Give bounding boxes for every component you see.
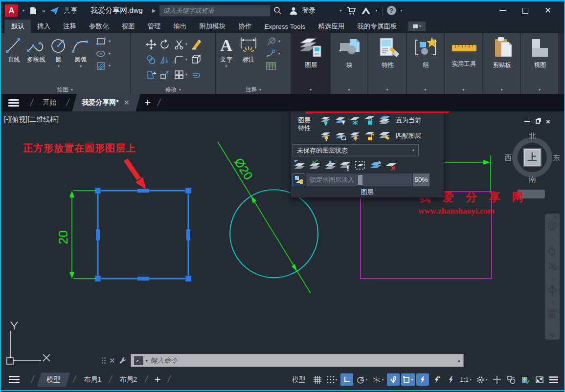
layer-states-dropdown[interactable]: 未保存的图层状态 ▾ (293, 144, 419, 156)
login-label[interactable]: 登录 (302, 6, 316, 15)
command-close-icon[interactable]: ✕ (109, 356, 115, 365)
layer-unisolate-button[interactable] (334, 130, 347, 142)
erase-icon[interactable] (191, 39, 202, 50)
ribbon-tab-insert[interactable]: 插入 (31, 20, 57, 33)
grid-toggle[interactable] (311, 373, 324, 386)
graphics-performance-icon[interactable] (519, 373, 532, 386)
share-label[interactable]: 共享 (64, 6, 77, 15)
mirror-icon[interactable] (159, 54, 170, 65)
set-current-label[interactable]: 置为当前 (396, 116, 421, 125)
mleader-dropdown-icon[interactable]: ▾ (278, 52, 280, 56)
ribbon-tab-view[interactable]: 视图 (115, 20, 141, 33)
panel-view[interactable]: 视图 ▾ (521, 33, 558, 94)
model-tab[interactable]: 模型 (37, 372, 70, 387)
panel-clipboard[interactable]: 剪贴板 ▾ (483, 33, 520, 94)
ribbon-collapse-button[interactable]: ▾ (408, 22, 426, 31)
fade-slider-handle[interactable] (358, 175, 362, 185)
crosshair-icon[interactable] (491, 373, 503, 386)
panel-blocks[interactable]: 块 ▾ (331, 33, 367, 94)
minimize-button[interactable]: ─ (492, 3, 514, 18)
locked-layer-fading-slider[interactable]: 锁定的图层淡入 (306, 174, 412, 186)
layers-panel-flyout-toggle[interactable]: ▾ (292, 86, 330, 94)
panel-properties[interactable]: 特性 ▾ (368, 33, 406, 94)
array-dropdown-icon[interactable]: ▾ (185, 73, 187, 77)
fillet-icon[interactable]: ▾ (174, 54, 187, 65)
tool-table[interactable] (266, 62, 280, 70)
new-file-icon[interactable] (29, 6, 38, 15)
tool-line[interactable]: 直线 (3, 36, 24, 64)
fillet-dropdown-icon[interactable]: ▾ (185, 58, 187, 62)
object-snap-tracking-toggle[interactable] (387, 373, 400, 386)
polar-tracking-toggle[interactable]: ▾ (355, 373, 369, 386)
close-button[interactable]: ✕ (537, 3, 559, 18)
annotation-scale-value[interactable]: 1:1 ▾ (459, 373, 473, 386)
ribbon-tab-parametric[interactable]: 参数化 (83, 20, 115, 33)
fullscreen-icon[interactable] (533, 373, 546, 386)
layer-freeze-button[interactable] (348, 114, 362, 126)
tool-leader[interactable]: ▾ (266, 37, 280, 46)
fade-value[interactable]: 50% (413, 174, 429, 186)
isometric-drafting-toggle[interactable]: ▾ (371, 373, 385, 386)
viewcube[interactable]: 北 西 东 南 上 (509, 133, 556, 184)
arc-dropdown-icon[interactable]: ▾ (80, 65, 82, 68)
viewcube-south[interactable]: 南 (529, 175, 536, 184)
tool-polyline[interactable]: 多段线 (24, 36, 48, 64)
modify-panel-label[interactable]: 修改▾ (131, 86, 215, 94)
ribbon-tab-custom[interactable]: 我的专属面板 (351, 20, 403, 33)
match-layer-icon[interactable] (378, 130, 391, 142)
ribbon-tab-addins[interactable]: 附加模块 (193, 20, 232, 33)
tool-rectangle[interactable]: ▾ (96, 37, 111, 46)
ellipse-dropdown-icon[interactable]: ▾ (109, 52, 111, 56)
share-icon[interactable] (49, 6, 59, 15)
stretch-icon[interactable] (146, 69, 157, 80)
new-drawing-tab-button[interactable]: + (140, 96, 155, 109)
steering-wheel-icon[interactable] (547, 221, 558, 232)
show-motion-icon[interactable] (547, 308, 558, 319)
quick-access-expand-icon[interactable]: » (42, 8, 45, 14)
layer-delete-button[interactable] (384, 159, 397, 171)
help-icon[interactable]: ? (387, 6, 396, 15)
leader-dropdown-icon[interactable]: ▾ (278, 40, 280, 44)
tool-ellipse[interactable]: ▾ (96, 49, 111, 58)
isolate-objects-icon[interactable] (505, 373, 518, 386)
layer-merge-button[interactable] (353, 159, 366, 171)
viewport-restore-icon[interactable] (536, 119, 540, 124)
object-snap-toggle[interactable]: ▾ (401, 373, 415, 386)
user-icon[interactable] (289, 6, 298, 15)
login-chevron-icon[interactable]: ▾ (340, 9, 342, 13)
viewcube-west[interactable]: 西 (504, 153, 512, 163)
command-expand-icon[interactable]: ▴ (457, 357, 460, 364)
viewcube-east[interactable]: 东 (553, 153, 560, 163)
model-space-canvas[interactable]: 20 Ø20 [-][俯视][二维线框] 正方形放置在圆形图层上 我 爱 分 享… (0, 111, 565, 369)
flyout-panel-label[interactable]: 图层 (291, 187, 444, 197)
annotation-autoscale-toggle[interactable] (430, 373, 443, 386)
layout2-tab[interactable]: 布局2 (114, 372, 142, 387)
osnap-dropdown-icon[interactable]: ▾ (411, 378, 413, 382)
blocks-panel-flyout-toggle[interactable]: ▾ (331, 86, 367, 94)
ribbon-tab-collaborate[interactable]: 协作 (232, 20, 258, 33)
ribbon-tab-featured[interactable]: 精选应用 (312, 20, 351, 33)
layer-off-button[interactable] (319, 114, 332, 126)
annotation-scale-icon[interactable] (445, 373, 457, 386)
iso-dropdown-icon[interactable]: ▾ (382, 378, 384, 382)
command-history-chevron-icon[interactable]: ▾ (146, 358, 148, 363)
help-chevron-icon[interactable]: ▾ (401, 9, 403, 13)
app-menu-chevron-icon[interactable]: ▾ (23, 9, 24, 13)
layer-state-save-button[interactable] (308, 159, 321, 171)
cart-icon[interactable] (346, 6, 356, 15)
navbar-dropdown-icon[interactable]: ▾ (551, 276, 553, 280)
make-current-icon[interactable] (378, 114, 391, 126)
file-tab-close-icon[interactable]: ✕ (124, 98, 130, 107)
array-icon[interactable]: ▾ (174, 69, 187, 80)
new-layout-button[interactable]: + (151, 373, 165, 386)
navbar-customize-icon[interactable]: ⊖ (545, 332, 559, 338)
clipboard-panel-flyout-toggle[interactable]: ▾ (483, 86, 520, 94)
snap-dropdown-icon[interactable]: ▾ (336, 378, 338, 382)
tool-mleader[interactable]: ▾ (266, 49, 280, 58)
navbar-close-icon[interactable]: ✕ (553, 215, 557, 220)
command-customize-wrench-icon[interactable] (119, 356, 127, 365)
command-drag-handle[interactable] (102, 357, 106, 364)
file-tab-start[interactable]: 开始 (36, 94, 64, 111)
layer-unlock-button[interactable] (363, 130, 376, 142)
scale-icon[interactable] (159, 69, 170, 80)
